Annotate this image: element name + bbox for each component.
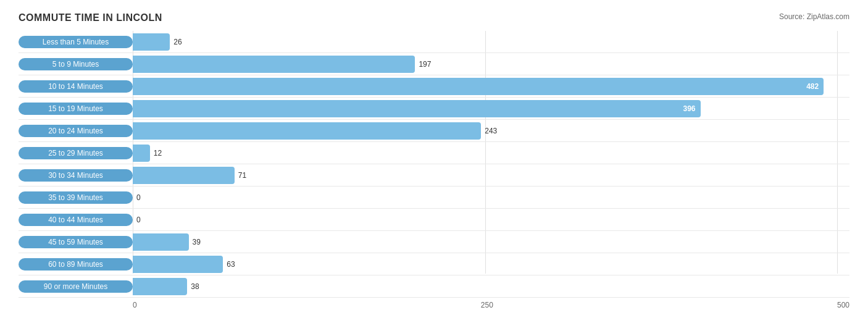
chart-title: COMMUTE TIME IN LINCOLN <box>19 12 162 23</box>
bar-value-outside: 38 <box>191 282 199 291</box>
x-axis: 0250500 <box>133 298 849 309</box>
bar-track: 63 <box>133 253 849 275</box>
bar-fill: 26 <box>133 33 170 51</box>
bar-fill: 63 <box>133 256 223 273</box>
bar-value-outside: 0 <box>136 193 141 202</box>
bar-row: 90 or more Minutes38 <box>19 275 849 298</box>
bar-track: 197 <box>133 53 849 75</box>
bar-track: 0 <box>133 187 849 208</box>
bar-row: 5 to 9 Minutes197 <box>19 53 849 75</box>
bar-label: 25 to 29 Minutes <box>19 147 133 159</box>
bar-label: Less than 5 Minutes <box>19 36 133 48</box>
bar-track: 482 <box>133 75 849 97</box>
bar-value-inside: 482 <box>806 82 819 91</box>
bar-fill: 396 <box>133 100 701 117</box>
bar-row: 40 to 44 Minutes0 <box>19 209 849 231</box>
bar-value-outside: 0 <box>136 216 141 224</box>
bar-row: Less than 5 Minutes26 <box>19 31 849 53</box>
bar-label: 5 to 9 Minutes <box>19 58 133 70</box>
bar-row: 25 to 29 Minutes12 <box>19 142 849 164</box>
bar-label: 45 to 59 Minutes <box>19 236 133 248</box>
bar-track: 12 <box>133 142 849 164</box>
bar-value-outside: 71 <box>238 171 246 180</box>
x-axis-label-0: 0 <box>133 301 137 309</box>
bar-track: 39 <box>133 231 849 253</box>
bar-label: 15 to 19 Minutes <box>19 103 133 115</box>
bar-label: 10 to 14 Minutes <box>19 80 133 93</box>
bar-label: 30 to 34 Minutes <box>19 169 133 182</box>
bar-row: 20 to 24 Minutes243 <box>19 120 849 142</box>
bar-value-outside: 26 <box>173 38 182 46</box>
bar-value-outside: 39 <box>193 238 201 246</box>
bar-row: 45 to 59 Minutes39 <box>19 231 849 253</box>
bar-value-outside: 12 <box>154 149 162 157</box>
bar-track: 38 <box>133 275 849 297</box>
bar-fill: 38 <box>133 278 187 295</box>
bar-fill: 197 <box>133 56 415 73</box>
bar-label: 35 to 39 Minutes <box>19 191 133 204</box>
bar-fill: 482 <box>133 78 824 95</box>
bar-track: 243 <box>133 120 849 141</box>
chart-header: COMMUTE TIME IN LINCOLN Source: ZipAtlas… <box>19 12 849 23</box>
bar-track: 26 <box>133 31 849 52</box>
bar-fill: 12 <box>133 145 150 162</box>
bar-track: 396 <box>133 98 849 119</box>
bar-value-outside: 197 <box>419 60 431 69</box>
bar-track: 0 <box>133 209 849 230</box>
bar-value-inside: 396 <box>683 104 695 113</box>
bar-row: 35 to 39 Minutes0 <box>19 187 849 209</box>
chart-container: COMMUTE TIME IN LINCOLN Source: ZipAtlas… <box>0 0 868 323</box>
bar-row: 15 to 19 Minutes396 <box>19 98 849 120</box>
bar-row: 10 to 14 Minutes482 <box>19 75 849 98</box>
bar-fill: 243 <box>133 122 481 140</box>
bar-track: 71 <box>133 164 849 186</box>
bar-value-outside: 243 <box>485 127 497 135</box>
bar-label: 20 to 24 Minutes <box>19 125 133 137</box>
x-axis-label-1: 250 <box>481 301 493 309</box>
bar-fill: 39 <box>133 233 189 251</box>
bars-area: Less than 5 Minutes265 to 9 Minutes19710… <box>19 31 849 274</box>
chart-source: Source: ZipAtlas.com <box>779 12 849 21</box>
bar-row: 60 to 89 Minutes63 <box>19 253 849 275</box>
bar-label: 60 to 89 Minutes <box>19 258 133 271</box>
bar-fill: 71 <box>133 167 235 184</box>
x-axis-label-2: 500 <box>837 301 849 309</box>
bar-label: 90 or more Minutes <box>19 280 133 293</box>
bar-label: 40 to 44 Minutes <box>19 214 133 226</box>
bar-row: 30 to 34 Minutes71 <box>19 164 849 187</box>
bar-value-outside: 63 <box>227 260 235 269</box>
